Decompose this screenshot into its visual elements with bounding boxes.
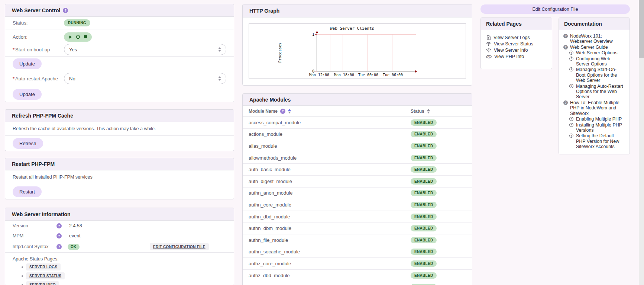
module-status-badge: ENABLED xyxy=(411,178,437,185)
module-name-cell: allowmethods_module xyxy=(249,155,411,161)
documentation-link[interactable]: ?Configuring Web Server Options xyxy=(569,56,624,67)
gridline xyxy=(318,34,318,71)
gridline xyxy=(392,34,392,71)
documentation-link[interactable]: ?Installing Multiple PHP Versions xyxy=(569,122,624,133)
table-row: auth_basic_moduleENABLED xyxy=(243,164,472,176)
scrollbar[interactable] xyxy=(639,0,644,285)
question-outline-icon: ? xyxy=(569,134,573,138)
module-status-badge: ENABLED xyxy=(411,214,437,220)
start-on-boot-select[interactable]: Yes xyxy=(64,44,226,55)
status-column-header[interactable]: Status xyxy=(411,109,430,114)
edit-configuration-file-button[interactable]: Edit Configuration File xyxy=(480,4,630,14)
right-column: Edit Configuration File Related Pages Vi… xyxy=(480,4,630,14)
table-row: alias_moduleENABLED xyxy=(243,140,472,152)
autorestart-row: *Auto-restart Apache No xyxy=(5,71,234,86)
action-button-group xyxy=(64,32,92,42)
modules-table-header: Module Name ? Status xyxy=(243,106,472,117)
graph-title: Web Server Clients xyxy=(330,26,374,31)
documentation-link[interactable]: ?Managing Start-On-Boot Options for the … xyxy=(569,67,624,83)
related-page-link[interactable]: View Server Info xyxy=(486,48,547,53)
documentation-link[interactable]: ?Enabling Multiple PHP xyxy=(569,116,624,122)
question-outline-icon: ? xyxy=(569,67,573,71)
module-name-cell: authn_socache_module xyxy=(249,249,411,254)
help-icon[interactable]: ? xyxy=(56,244,62,249)
module-name-cell: authn_anon_module xyxy=(249,190,411,196)
table-row: authn_dbm_moduleENABLED xyxy=(243,222,472,234)
restart-fpm-description-row: Restart all installed PHP-FPM services xyxy=(5,170,234,184)
documentation-link[interactable]: ?Web Server Options xyxy=(569,50,624,55)
module-name-cell: authn_dbd_module xyxy=(249,214,411,220)
help-icon[interactable]: ? xyxy=(63,8,68,13)
graph-x-arrow xyxy=(415,70,417,73)
gridline xyxy=(330,34,330,71)
question-outline-icon: ? xyxy=(569,84,573,88)
web-server-clients-graph: Web Server Clients Processes 10 Mon 12:0… xyxy=(249,23,466,79)
modules-table-body: access_compat_moduleENABLEDactions_modul… xyxy=(243,117,472,285)
table-row: authn_socache_moduleENABLED xyxy=(243,246,472,258)
documentation-list: ?NodeWorx 101: Webserver Overview?Web Se… xyxy=(559,30,630,150)
restart-icon[interactable] xyxy=(76,35,80,39)
axis-tick xyxy=(315,71,317,71)
restart-fpm-header: Restart PHP-FPM xyxy=(5,158,234,170)
help-icon[interactable]: ? xyxy=(280,109,285,114)
sort-icon[interactable] xyxy=(427,109,430,113)
sort-icon[interactable] xyxy=(288,109,291,113)
related-page-link[interactable]: View Server Logs xyxy=(486,35,547,40)
table-row-partial: ENABLED xyxy=(243,281,472,285)
panel-title: Restart PHP-FPM xyxy=(12,161,55,167)
status-page-link[interactable]: SERVER LOGS xyxy=(26,263,61,270)
http-graph-panel: HTTP Graph Web Server Clients Processes … xyxy=(242,4,472,86)
documentation-link[interactable]: ?Web Server Guide xyxy=(563,45,625,50)
axis-tick xyxy=(315,34,317,35)
table-row: auth_digest_moduleENABLED xyxy=(243,176,472,188)
documentation-link[interactable]: ?Managing Auto-Restart Options for the W… xyxy=(569,84,624,100)
module-status-badge: ENABLED xyxy=(411,166,437,173)
start-icon[interactable] xyxy=(68,35,72,39)
documentation-link[interactable]: ?How To: Enable Multiple PHP in NodeWorx… xyxy=(563,100,625,116)
related-page-label: View Server Info xyxy=(494,48,528,53)
update-button[interactable]: Update xyxy=(13,58,42,69)
bullet-icon xyxy=(22,266,23,268)
syntax-ok-badge: OK xyxy=(68,244,80,250)
graph-ylabel: Processes xyxy=(278,42,282,63)
refresh-cache-description: Refresh the cache of available versions.… xyxy=(13,126,156,131)
edit-configuration-file-link[interactable]: EDIT CONFIGURATION FILE xyxy=(150,243,209,250)
scrollbar-thumb[interactable] xyxy=(639,0,644,58)
apache-modules-header: Apache Modules xyxy=(243,94,472,106)
update-button-2[interactable]: Update xyxy=(13,89,42,100)
refresh-button-row: Refresh xyxy=(5,136,234,151)
autorestart-select[interactable]: No xyxy=(64,73,226,84)
refresh-cache-description-row: Refresh the cache of available versions.… xyxy=(5,122,234,136)
table-row: access_compat_moduleENABLED xyxy=(243,117,472,129)
status-page-link[interactable]: SERVER INFO xyxy=(26,281,59,285)
status-page-link[interactable]: SERVER STATUS xyxy=(26,272,65,279)
required-marker: * xyxy=(13,76,14,81)
related-page-link[interactable]: View Server Status xyxy=(486,41,547,47)
documentation-link[interactable]: ?Setting the Default PHP Version for New… xyxy=(569,133,624,149)
start-on-boot-value: Yes xyxy=(69,47,77,52)
question-outline-icon: ? xyxy=(569,123,573,127)
table-row: authz_core_moduleENABLED xyxy=(243,258,472,270)
help-icon[interactable]: ? xyxy=(56,223,62,228)
status-page-item: SERVER STATUS xyxy=(22,272,226,279)
module-status-badge: ENABLED xyxy=(411,237,437,243)
question-outline-icon: ? xyxy=(569,51,573,55)
graph-y-axis xyxy=(317,33,317,71)
related-page-link[interactable]: phpView PHP Info xyxy=(486,54,547,59)
apache-status-pages-block: Apache Status Pages: SERVER LOGSSERVER S… xyxy=(5,253,234,285)
gridline xyxy=(355,34,355,71)
x-tick-label: Tue 00:00 xyxy=(358,73,378,77)
restart-fpm-description: Restart all installed PHP-FPM services xyxy=(13,174,93,180)
restart-button[interactable]: Restart xyxy=(13,186,42,197)
module-status-badge: ENABLED xyxy=(411,190,437,196)
module-name-cell: access_compat_module xyxy=(249,120,411,125)
documentation-panel: Documentation ?NodeWorx 101: Webserver O… xyxy=(559,17,630,154)
refresh-button[interactable]: Refresh xyxy=(13,138,43,149)
restart-button-row: Restart xyxy=(5,184,234,199)
module-name-column-header[interactable]: Module Name ? xyxy=(249,109,411,114)
server-info-header: Web Server Information xyxy=(5,208,234,221)
file-icon xyxy=(486,35,491,40)
help-icon[interactable]: ? xyxy=(56,233,62,238)
stop-icon[interactable] xyxy=(84,35,87,39)
documentation-link[interactable]: ?NodeWorx 101: Webserver Overview xyxy=(563,33,625,44)
